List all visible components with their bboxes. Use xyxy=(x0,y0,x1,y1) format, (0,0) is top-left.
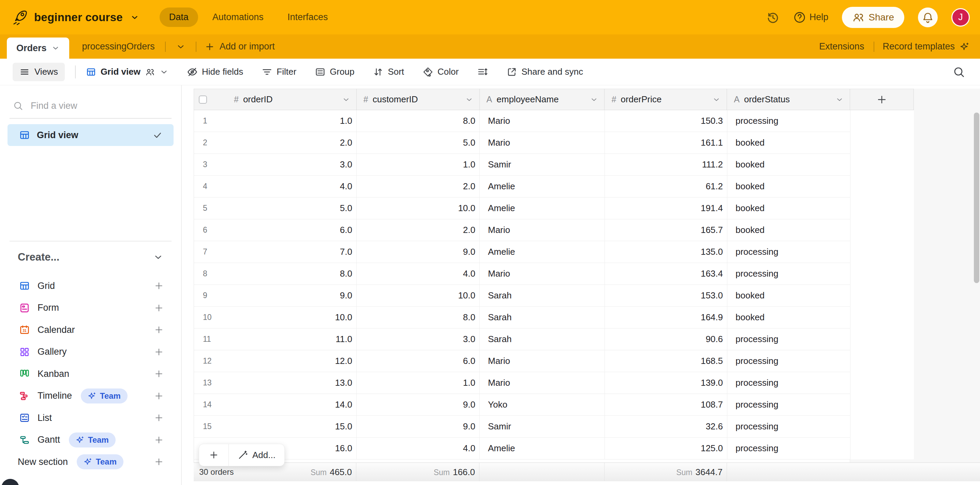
cell-orderPrice[interactable]: 61.2 xyxy=(605,176,727,197)
cell-orderPrice[interactable]: 135.0 xyxy=(605,241,727,263)
table-row[interactable]: 1414.09.0Yoko108.7processing xyxy=(194,394,914,416)
cell-orderStatus[interactable]: booked xyxy=(727,132,850,154)
cell-customerID[interactable]: 3.0 xyxy=(357,328,480,350)
chevron-down-icon[interactable] xyxy=(465,95,473,104)
cell-customerID[interactable]: 4.0 xyxy=(357,263,480,285)
cell-orderID[interactable]: 1414.0 xyxy=(194,394,357,416)
sort-button[interactable]: Sort xyxy=(373,67,404,78)
sidebar-item-list[interactable]: List xyxy=(0,407,181,429)
cell-orderPrice[interactable]: 139.0 xyxy=(605,372,727,394)
add-field-button[interactable] xyxy=(850,89,914,110)
sidebar-item-gantt[interactable]: GanttTeam xyxy=(0,429,181,451)
cell-orderStatus[interactable]: processing xyxy=(727,263,850,285)
column-header-orderPrice[interactable]: # orderPrice xyxy=(605,89,727,110)
cell-employeeName[interactable]: Amelie xyxy=(480,176,605,197)
chevron-down-icon[interactable] xyxy=(590,95,598,104)
cell-customerID[interactable]: 9.0 xyxy=(357,416,480,437)
find-view-input[interactable] xyxy=(30,100,176,111)
add-record-button[interactable] xyxy=(199,444,229,466)
cell-orderID[interactable]: 66.0 xyxy=(194,219,357,241)
cell-orderID[interactable]: 1313.0 xyxy=(194,372,357,394)
cell-orderStatus[interactable]: processing xyxy=(727,350,850,372)
add-view-button[interactable] xyxy=(154,369,164,379)
sidebar-item-new-section[interactable]: New sectionTeam xyxy=(0,451,181,473)
cell-orderID[interactable]: 99.0 xyxy=(194,285,357,307)
cell-orderID[interactable]: 11.0 xyxy=(194,110,357,132)
sidebar-item-form[interactable]: Form xyxy=(0,297,181,319)
sidebar-item-grid[interactable]: Grid xyxy=(0,275,181,297)
hide-fields-button[interactable]: Hide fields xyxy=(187,67,243,78)
cell-orderID[interactable]: 77.0 xyxy=(194,241,357,263)
cell-orderPrice[interactable]: 163.4 xyxy=(605,263,727,285)
cell-orderStatus[interactable]: processing xyxy=(727,394,850,416)
extensions-button[interactable]: Extensions xyxy=(818,41,865,52)
cell-orderID[interactable]: 33.0 xyxy=(194,154,357,176)
cell-employeeName[interactable]: Yoko xyxy=(480,394,605,416)
table-row[interactable]: 99.010.0Sarah153.0booked xyxy=(194,285,914,307)
cell-orderPrice[interactable]: 191.4 xyxy=(605,197,727,219)
cell-orderStatus[interactable]: booked xyxy=(727,219,850,241)
cell-orderID[interactable]: 1010.0 xyxy=(194,307,357,328)
cell-employeeName[interactable]: Mario xyxy=(480,132,605,154)
cell-orderPrice[interactable]: 150.3 xyxy=(605,110,727,132)
cell-employeeName[interactable]: Sarah xyxy=(480,307,605,328)
vertical-scrollbar[interactable] xyxy=(974,113,979,283)
cell-orderStatus[interactable]: processing xyxy=(727,241,850,263)
cell-customerID[interactable]: 5.0 xyxy=(357,132,480,154)
share-and-sync-button[interactable]: Share and sync xyxy=(506,67,583,78)
table-row[interactable]: 55.010.0Amelie191.4booked xyxy=(194,197,914,219)
sum-orderID[interactable]: Sum 465.0 xyxy=(311,467,356,477)
cell-orderID[interactable]: 55.0 xyxy=(194,197,357,219)
help-bubble[interactable] xyxy=(2,479,19,485)
cell-orderStatus[interactable]: processing xyxy=(727,416,850,437)
sidebar-item-calendar[interactable]: 31Calendar xyxy=(0,319,181,341)
cell-orderPrice[interactable]: 168.5 xyxy=(605,350,727,372)
cell-employeeName[interactable]: Samir xyxy=(480,416,605,437)
current-view-button[interactable]: Grid view xyxy=(86,67,169,77)
add-view-button[interactable] xyxy=(154,347,164,357)
row-height-button[interactable] xyxy=(477,67,488,78)
table-row[interactable]: 1111.03.0Sarah90.6processing xyxy=(194,328,914,350)
cell-customerID[interactable]: 6.0 xyxy=(357,350,480,372)
add-view-button[interactable] xyxy=(154,457,164,467)
add-view-button[interactable] xyxy=(154,303,164,313)
cell-employeeName[interactable]: Mario xyxy=(480,350,605,372)
cell-customerID[interactable]: 10.0 xyxy=(357,285,480,307)
sidebar-item-grid-view[interactable]: Grid view xyxy=(8,124,173,146)
workspace-switcher[interactable]: beginner course xyxy=(12,10,139,25)
tabs-dropdown-button[interactable] xyxy=(174,42,188,51)
cell-orderID[interactable]: 44.0 xyxy=(194,176,357,197)
cell-orderPrice[interactable]: 90.6 xyxy=(605,328,727,350)
cell-employeeName[interactable]: Amelie xyxy=(480,197,605,219)
column-header-customerID[interactable]: # customerID xyxy=(357,89,480,110)
table-row[interactable]: 11.08.0Mario150.3processing xyxy=(194,110,914,132)
cell-employeeName[interactable]: Sarah xyxy=(480,285,605,307)
column-header-employeeName[interactable]: A employeeName xyxy=(480,89,605,110)
cell-employeeName[interactable]: Mario xyxy=(480,110,605,132)
table-row[interactable]: 1313.01.0Mario139.0processing xyxy=(194,372,914,394)
column-header-orderStatus[interactable]: A orderStatus xyxy=(727,89,850,110)
cell-orderStatus[interactable]: booked xyxy=(727,285,850,307)
add-view-button[interactable] xyxy=(154,281,164,291)
cell-customerID[interactable]: 4.0 xyxy=(357,437,480,460)
cell-employeeName[interactable]: Amelie xyxy=(480,437,605,460)
cell-employeeName[interactable]: Mario xyxy=(480,263,605,285)
column-header-orderID[interactable]: # orderID xyxy=(194,89,357,110)
summary-cell-empty[interactable] xyxy=(727,463,850,481)
cell-customerID[interactable]: 9.0 xyxy=(357,394,480,416)
summary-cell-empty[interactable] xyxy=(479,463,605,481)
cell-orderStatus[interactable]: booked xyxy=(727,307,850,328)
table-row[interactable]: 66.02.0Mario165.7booked xyxy=(194,219,914,241)
cell-orderPrice[interactable]: 32.6 xyxy=(605,416,727,437)
cell-customerID[interactable]: 8.0 xyxy=(357,110,480,132)
tab-processingorders[interactable]: processingOrders xyxy=(80,41,157,52)
cell-orderID[interactable]: 1111.0 xyxy=(194,328,357,350)
tab-automations[interactable]: Automations xyxy=(203,8,273,27)
cell-customerID[interactable]: 9.0 xyxy=(357,241,480,263)
cell-employeeName[interactable]: Amelie xyxy=(480,241,605,263)
table-row[interactable]: 77.09.0Amelie135.0processing xyxy=(194,241,914,263)
cell-employeeName[interactable]: Sarah xyxy=(480,328,605,350)
cell-orderPrice[interactable]: 164.9 xyxy=(605,307,727,328)
chevron-down-icon[interactable] xyxy=(342,95,350,104)
table-row[interactable]: 44.02.0Amelie61.2booked xyxy=(194,176,914,197)
